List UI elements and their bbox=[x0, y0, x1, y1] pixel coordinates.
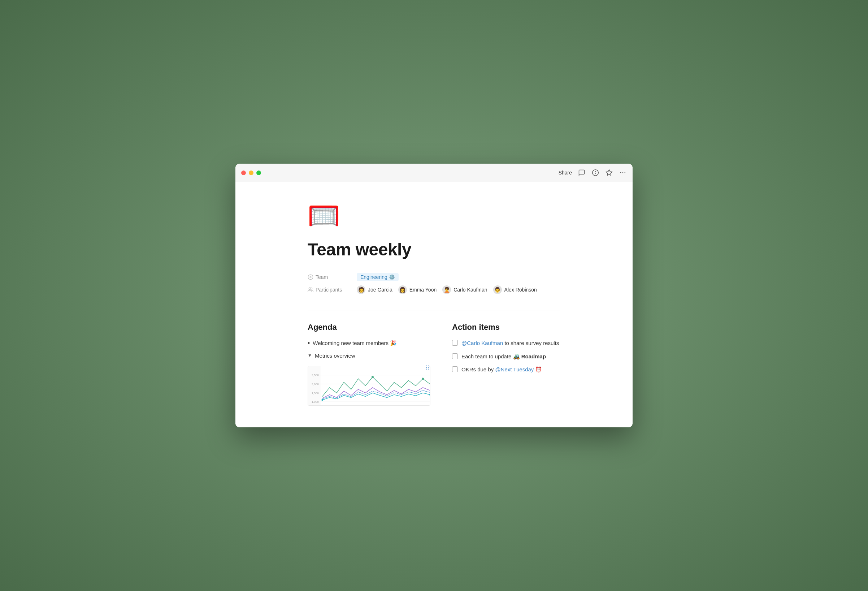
participant-alex: 👨 Alex Robinson bbox=[493, 285, 537, 294]
close-button[interactable] bbox=[241, 170, 246, 175]
info-icon[interactable] bbox=[591, 169, 599, 177]
avatar-alex: 👨 bbox=[493, 285, 502, 294]
agenda-item-text-1: Welcoming new team members 🎉 bbox=[313, 339, 397, 347]
svg-point-22 bbox=[429, 394, 430, 396]
checkbox-1[interactable] bbox=[452, 340, 458, 346]
agenda-item-2: ▼ Metrics overview bbox=[308, 352, 430, 360]
main-columns: Agenda • Welcoming new team members 🎉 ▼ … bbox=[308, 323, 560, 406]
action-item-3: OKRs due by @Next Tuesday ⏰ bbox=[452, 366, 560, 374]
participant-emma: 👩 Emma Yoon bbox=[398, 285, 437, 294]
svg-point-4 bbox=[620, 172, 621, 173]
more-options-icon[interactable] bbox=[619, 169, 627, 177]
agenda-title: Agenda bbox=[308, 323, 430, 332]
page-title: Team weekly bbox=[308, 239, 560, 259]
svg-point-6 bbox=[624, 172, 626, 173]
properties-section: Team Engineering ⚙️ Participants � bbox=[308, 271, 560, 296]
agenda-item-text-2: Metrics overview bbox=[315, 352, 355, 360]
avatar-joe: 🧑 bbox=[357, 285, 365, 294]
section-divider bbox=[308, 311, 560, 311]
mention-date[interactable]: @Next Tuesday ⏰ bbox=[495, 366, 542, 372]
team-value[interactable]: Engineering ⚙️ bbox=[357, 273, 399, 281]
traffic-lights bbox=[241, 170, 261, 175]
fullscreen-button[interactable] bbox=[256, 170, 261, 175]
avatar-carlo: 🧑‍🦱 bbox=[442, 285, 451, 294]
bullet-icon: • bbox=[308, 339, 310, 347]
svg-point-7 bbox=[308, 275, 313, 279]
participants-list: 🧑 Joe Garcia 👩 Emma Yoon 🧑‍🦱 Carlo Kaufm… bbox=[357, 285, 537, 294]
avatar-emma: 👩 bbox=[398, 285, 407, 294]
svg-point-5 bbox=[623, 172, 624, 173]
team-property-row: Team Engineering ⚙️ bbox=[308, 271, 560, 283]
participant-joe: 🧑 Joe Garcia bbox=[357, 285, 393, 294]
page-content: 🥅 Team weekly Team Engineering ⚙️ bbox=[235, 182, 633, 427]
svg-text:2,000: 2,000 bbox=[311, 383, 319, 386]
svg-point-21 bbox=[321, 399, 323, 401]
svg-text:1,000: 1,000 bbox=[311, 400, 319, 403]
svg-point-8 bbox=[310, 276, 311, 278]
action-item-2: Each team to update 🚜 Roadmap bbox=[452, 353, 560, 361]
team-label: Team bbox=[308, 274, 351, 280]
agenda-list: • Welcoming new team members 🎉 ▼ Metrics… bbox=[308, 339, 430, 360]
action-item-text-1: @Carlo Kaufman to share survey results bbox=[461, 339, 559, 347]
agenda-item-1: • Welcoming new team members 🎉 bbox=[308, 339, 430, 347]
app-window: Share bbox=[235, 164, 633, 427]
minimize-button[interactable] bbox=[249, 170, 254, 175]
checkbox-3[interactable] bbox=[452, 366, 458, 372]
action-item-1: @Carlo Kaufman to share survey results bbox=[452, 339, 560, 347]
page-icon: 🥅 bbox=[308, 200, 560, 231]
action-item-text-3: OKRs due by @Next Tuesday ⏰ bbox=[461, 366, 542, 374]
svg-point-20 bbox=[422, 378, 424, 380]
comment-icon[interactable] bbox=[578, 169, 586, 177]
titlebar-actions: Share bbox=[559, 169, 627, 177]
chart-grid-icon[interactable]: ⠿ bbox=[425, 365, 430, 371]
titlebar: Share bbox=[235, 164, 633, 182]
agenda-section: Agenda • Welcoming new team members 🎉 ▼ … bbox=[308, 323, 430, 406]
svg-text:1,500: 1,500 bbox=[311, 392, 319, 395]
checkbox-2[interactable] bbox=[452, 353, 458, 359]
participants-property-row: Participants 🧑 Joe Garcia 👩 Emma Yoon 🧑‍… bbox=[308, 283, 560, 296]
metrics-chart: 2,500 2,000 1,500 1,000 bbox=[308, 366, 430, 406]
svg-point-19 bbox=[372, 376, 374, 378]
star-icon[interactable] bbox=[605, 169, 613, 177]
toggle-icon[interactable]: ▼ bbox=[308, 352, 312, 359]
svg-text:2,500: 2,500 bbox=[311, 374, 319, 377]
action-items-title: Action items bbox=[452, 323, 560, 332]
share-button[interactable]: Share bbox=[559, 170, 572, 176]
participants-label: Participants bbox=[308, 287, 351, 293]
svg-marker-3 bbox=[606, 170, 613, 176]
action-items-list: @Carlo Kaufman to share survey results E… bbox=[452, 339, 560, 374]
chart-container: ⠿ 2,500 2,000 1,500 bbox=[308, 366, 430, 406]
svg-point-9 bbox=[309, 288, 310, 290]
mention-carlo: @Carlo Kaufman bbox=[461, 340, 503, 346]
action-items-section: Action items @Carlo Kaufman to share sur… bbox=[452, 323, 560, 406]
action-item-text-2: Each team to update 🚜 Roadmap bbox=[461, 353, 546, 361]
participant-carlo: 🧑‍🦱 Carlo Kaufman bbox=[442, 285, 487, 294]
